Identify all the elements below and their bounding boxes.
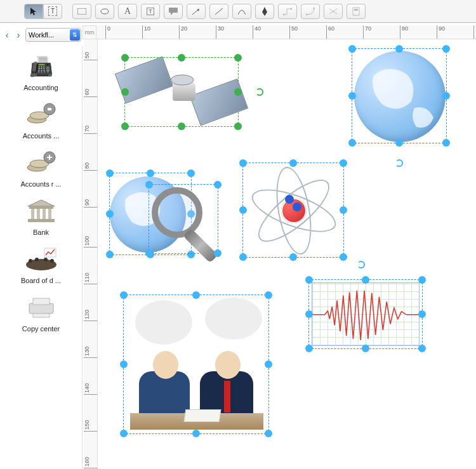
shape-library-sidebar: 📠 Accounting Accounts ... Accounts r ...… (0, 46, 83, 469)
board-of-directors-icon (22, 244, 60, 274)
svg-rect-11 (353, 8, 359, 15)
svg-rect-2 (169, 8, 178, 13)
svg-rect-26 (48, 209, 51, 219)
vertical-ruler: 50 60 70 80 90 100 110 120 130 140 150 1… (84, 39, 98, 469)
svg-rect-16 (48, 108, 51, 110)
svg-rect-22 (29, 206, 53, 209)
accounts-payable-icon (22, 99, 60, 129)
drawing-canvas[interactable] (98, 39, 476, 469)
svg-point-6 (291, 8, 293, 10)
svg-point-32 (44, 258, 48, 261)
ellipse-tool[interactable] (95, 4, 114, 19)
svg-point-7 (306, 13, 308, 15)
svg-point-37 (171, 75, 194, 85)
svg-point-5 (283, 13, 285, 15)
page-tool[interactable] (347, 4, 366, 19)
library-item-label: Accounting (3, 84, 79, 91)
library-dropdown-label: Workfl... (29, 31, 54, 39)
globe-large-shape[interactable] (352, 48, 447, 143)
shape-tools: A T (72, 4, 369, 19)
connector-arc-tool[interactable] (301, 4, 320, 19)
bank-icon (22, 195, 60, 226)
svg-rect-0 (77, 8, 86, 15)
meeting-people-shape[interactable] (123, 294, 269, 434)
nav-back[interactable]: ‹ (3, 29, 11, 41)
library-item-label: Bank (3, 228, 79, 236)
svg-rect-36 (33, 314, 50, 317)
library-item-label: Copy center (3, 325, 79, 333)
magnifier-overlay[interactable] (149, 184, 218, 254)
text-tool[interactable]: A (118, 4, 137, 19)
atom-shape[interactable] (242, 162, 344, 258)
rectangle-tool[interactable] (72, 4, 91, 19)
waveform-chart-shape[interactable] (308, 279, 423, 349)
svg-point-1 (101, 9, 109, 14)
library-item-label: Accounts r ... (3, 180, 79, 188)
copy-center-icon (22, 292, 60, 322)
accounts-receivable-icon (22, 147, 60, 178)
library-item-accounting[interactable]: 📠 Accounting (0, 46, 82, 94)
svg-point-31 (35, 258, 39, 261)
svg-rect-35 (33, 298, 50, 305)
nav-forward[interactable]: › (14, 29, 23, 41)
svg-rect-27 (28, 219, 55, 222)
library-item-label: Board of d ... (3, 277, 79, 284)
library-item-board-of-directors[interactable]: Board of d ... (0, 239, 82, 287)
svg-point-8 (314, 8, 315, 10)
top-toolbar: T A T (0, 0, 476, 23)
pointer-tool[interactable] (24, 4, 43, 19)
pen-tool[interactable] (255, 4, 274, 19)
connector-cross-tool[interactable] (324, 4, 343, 19)
svg-line-4 (215, 8, 223, 15)
library-item-bank[interactable]: Bank (0, 190, 82, 239)
accounting-icon: 📠 (22, 51, 60, 81)
library-item-accounts-payable[interactable]: Accounts ... (0, 94, 82, 142)
svg-rect-24 (37, 209, 40, 219)
text-box-tool[interactable]: T (141, 4, 160, 19)
dropdown-handle-icon: ⇅ (70, 29, 80, 41)
svg-rect-12 (354, 9, 358, 11)
pointer-tool-group: T (24, 4, 62, 19)
ruler-units: mm (83, 25, 96, 39)
svg-point-30 (29, 259, 32, 263)
arrow-tool[interactable] (187, 4, 206, 19)
library-dropdown[interactable]: Workfl... ⇅ (25, 28, 81, 42)
library-nav: ‹ › Workfl... ⇅ (0, 25, 84, 44)
svg-rect-25 (43, 209, 46, 219)
line-tool[interactable] (209, 4, 228, 19)
text-select-tool[interactable]: T (43, 4, 62, 19)
curve-tool[interactable] (232, 4, 251, 19)
library-item-label: Accounts ... (3, 132, 79, 140)
library-item-accounts-receivable[interactable]: Accounts r ... (0, 142, 82, 190)
library-item-copy-center[interactable]: Copy center (0, 287, 82, 335)
connector-tool[interactable] (278, 4, 297, 19)
svg-rect-23 (31, 209, 34, 219)
callout-tool[interactable] (164, 4, 183, 19)
satellite-shape[interactable] (124, 57, 239, 127)
horizontal-ruler: 0 10 20 30 40 50 60 70 80 90 100 (96, 25, 476, 39)
svg-point-33 (50, 259, 54, 263)
